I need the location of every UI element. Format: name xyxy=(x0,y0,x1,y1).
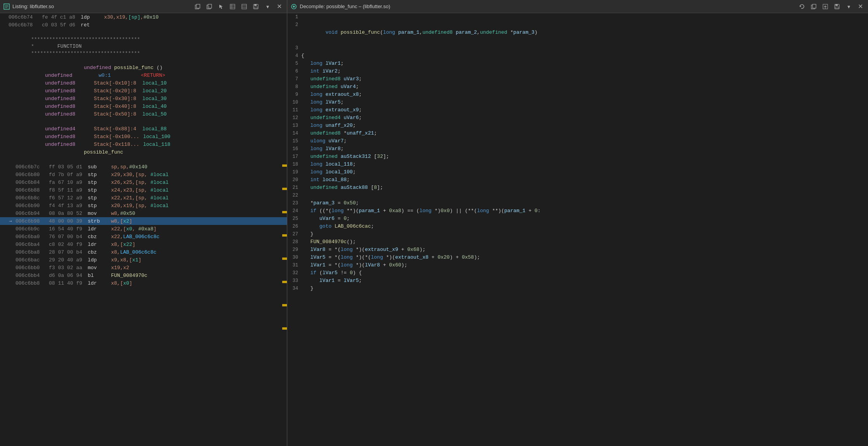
stackvar-line: undefined8 Stack[-0x100... local_100 xyxy=(0,133,287,140)
decompile-line-7: 7 undefined8 uVar3; xyxy=(287,75,868,83)
save-decompile-btn[interactable] xyxy=(832,2,842,11)
listing-icon xyxy=(3,3,10,10)
decompile-panel[interactable]: 1 2 void possible_func(long param_1,unde… xyxy=(287,13,868,446)
stackvar-line: undefined4 Stack[-0x88]:4 local_88 xyxy=(0,125,287,133)
decompile-titlebar: Decompile: possible_func – (libflutter.s… xyxy=(287,0,868,13)
asm-line: 006c6bb0 f3 03 02 aa mov x19,x2 xyxy=(0,264,287,271)
decompile-line-10: 10 long lVar5; xyxy=(287,99,868,106)
svg-rect-18 xyxy=(254,7,257,9)
stackvar-line: undefined8 Stack[-0x50]:8 local_50 xyxy=(0,110,287,118)
decompile-line-23: 23 *param_3 = 0x50; xyxy=(287,199,868,207)
svg-rect-13 xyxy=(242,4,247,9)
decompile-icon xyxy=(290,3,297,10)
scroll-marker xyxy=(282,258,287,260)
asm-line: 006c6b94 08 0a 80 52 mov w8,#0x50 xyxy=(0,209,287,217)
copy-btn-2[interactable]: + xyxy=(205,2,214,11)
decompile-line-29: 29 lVar8 = *(long *)(extraout_x9 + 0x68)… xyxy=(287,246,868,254)
decompile-line-8: 8 undefined uVar4; xyxy=(287,83,868,91)
svg-rect-5 xyxy=(196,4,200,8)
scroll-marker xyxy=(282,188,287,190)
export-btn[interactable] xyxy=(821,2,830,11)
stackvar-line: undefined8 Stack[-0x20]:8 local_20 xyxy=(0,87,287,95)
spacer xyxy=(0,118,287,125)
asm-line: 006c6bb4 d6 0a 06 94 bl FUN_0084970c xyxy=(0,271,287,279)
stackvar-line: undefined8 Stack[-0x40]:8 local_40 xyxy=(0,102,287,110)
listing-titlebar: Listing: libflutter.so + ▾ ✕ xyxy=(0,0,287,13)
scroll-marker xyxy=(282,211,287,213)
separator-stars-2: ************************************ xyxy=(0,50,287,57)
decompile-line-1: 1 xyxy=(287,13,868,21)
copy-decompile-btn[interactable] xyxy=(809,2,818,11)
asm-line: 006c6bb8 08 11 40 f9 ldr x8,[x0] xyxy=(0,279,287,287)
asm-line: 006c6b88 f8 5f 11 a9 stp x24,x23,[sp, #l… xyxy=(0,186,287,194)
decompile-line-13: 13 long unaff_x20; xyxy=(287,122,868,130)
scroll-marker xyxy=(282,304,287,306)
decompile-line-34: 34 } xyxy=(287,285,868,292)
scroll-marker xyxy=(282,281,287,283)
svg-rect-25 xyxy=(835,4,838,6)
asm-line: 006c6b84 fa 67 10 a9 stp x26,x25,[sp, #l… xyxy=(0,178,287,186)
decompile-line-27: 27 } xyxy=(287,230,868,238)
listing-panel[interactable]: 006c6b74 fe 4f c1 a8 ldp x30,x19,[sp],#0… xyxy=(0,13,287,446)
asm-line: 006c6ba4 c8 02 40 f9 ldr x8,[x22] xyxy=(0,240,287,248)
decompile-line-22: 22 xyxy=(287,192,868,199)
stackvar-line: undefined8 Stack[-0x118... local_118 xyxy=(0,140,287,148)
decompile-line-4: 4 { xyxy=(287,52,868,60)
listing-title: Listing: libflutter.so xyxy=(12,3,191,9)
stackvar-line: undefined8 Stack[-0x10]:8 local_10 xyxy=(0,79,287,87)
decompile-line-18: 18 long local_118; xyxy=(287,161,868,168)
scroll-marker xyxy=(282,234,287,237)
asm-line: 006c6b90 f4 4f 13 a9 stp x20,x19,[sp, #l… xyxy=(0,202,287,209)
main-content: 006c6b74 fe 4f c1 a8 ldp x30,x19,[sp],#0… xyxy=(0,13,868,446)
spacer xyxy=(0,156,287,163)
decompile-line-11: 11 long extraout_x9; xyxy=(287,106,868,114)
decompile-line-5: 5 long lVar1; xyxy=(287,60,868,67)
svg-text:+: + xyxy=(208,5,210,8)
decompile-line-16: 16 long lVar8; xyxy=(287,145,868,153)
cursor-btn[interactable] xyxy=(216,2,226,11)
svg-rect-17 xyxy=(254,4,257,6)
decompile-line-14: 14 undefined8 *unaff_x21; xyxy=(287,130,868,137)
asm-line: 006c6bac 29 20 40 a9 ldp x9,x8,[x1] xyxy=(0,256,287,264)
copy-btn-1[interactable] xyxy=(193,2,202,11)
save-btn[interactable] xyxy=(251,2,260,11)
close-decompile-btn[interactable]: ✕ xyxy=(856,2,865,11)
decompile-line-9: 9 long extraout_x8; xyxy=(287,91,868,99)
svg-rect-9 xyxy=(230,4,235,9)
decompile-line-30: 30 lVar5 = *(long *)(*(long *)(extraout_… xyxy=(287,254,868,261)
decompile-line-21: 21 undefined auStack88 [8]; xyxy=(287,184,868,192)
svg-rect-21 xyxy=(812,4,816,8)
decompile-line-2: 2 void possible_func(long param_1,undefi… xyxy=(287,21,868,44)
decompile-title: Decompile: possible_func – (libflutter.s… xyxy=(300,3,795,9)
separator-stars-1: ************************************ xyxy=(0,36,287,43)
decompile-line-31: 31 lVar1 = *(long *)(lVar8 + 0x60); xyxy=(287,261,868,269)
func-def-line: undefined possible_func () xyxy=(0,64,287,71)
refresh-btn[interactable] xyxy=(797,2,807,11)
decompile-line-15: 15 ulong uVar7; xyxy=(287,137,868,145)
param-line: undefined w0:1 <RETURN> xyxy=(0,71,287,79)
dropdown-btn-right[interactable]: ▾ xyxy=(844,2,853,11)
dropdown-btn-left[interactable]: ▾ xyxy=(263,2,272,11)
scroll-marker xyxy=(282,164,287,167)
top-bar: Listing: libflutter.so + ▾ ✕ Decompile: … xyxy=(0,0,868,13)
decompile-line-19: 19 long local_100; xyxy=(287,168,868,176)
asm-line-highlighted: → 006c6b98 48 00 00 39 strb w8,[x2] xyxy=(0,217,287,225)
decompile-line-3: 3 xyxy=(287,44,868,52)
decompile-line-32: 32 if (lVar5 != 0) { xyxy=(287,269,868,277)
spacer xyxy=(0,29,287,36)
listing-line: 006c6b74 fe 4f c1 a8 ldp x30,x19,[sp],#0… xyxy=(0,13,287,21)
stackvar-line: undefined8 Stack[-0x30]:8 local_30 xyxy=(0,95,287,102)
asm-line: 006c6ba8 28 07 00 b4 cbz x8,LAB_006c6c8c xyxy=(0,248,287,256)
spacer xyxy=(0,57,287,64)
close-listing-btn[interactable]: ✕ xyxy=(274,2,284,11)
decompile-line-6: 6 int iVar2; xyxy=(287,67,868,75)
scroll-marker xyxy=(282,327,287,330)
svg-rect-26 xyxy=(835,7,838,9)
decompile-line-33: 33 lVar1 = lVar5; xyxy=(287,277,868,285)
listing-line: 006c6b78 c0 03 5f d6 ret xyxy=(0,21,287,29)
func-label-line: possible_func xyxy=(0,148,287,156)
decompile-line-26: 26 goto LAB_006c6cac; xyxy=(287,223,868,230)
table-btn-2[interactable] xyxy=(240,2,249,11)
asm-line: 006c6b80 fd 7b 0f a9 stp x29,x30,[sp, #l… xyxy=(0,171,287,178)
table-btn-1[interactable] xyxy=(228,2,237,11)
